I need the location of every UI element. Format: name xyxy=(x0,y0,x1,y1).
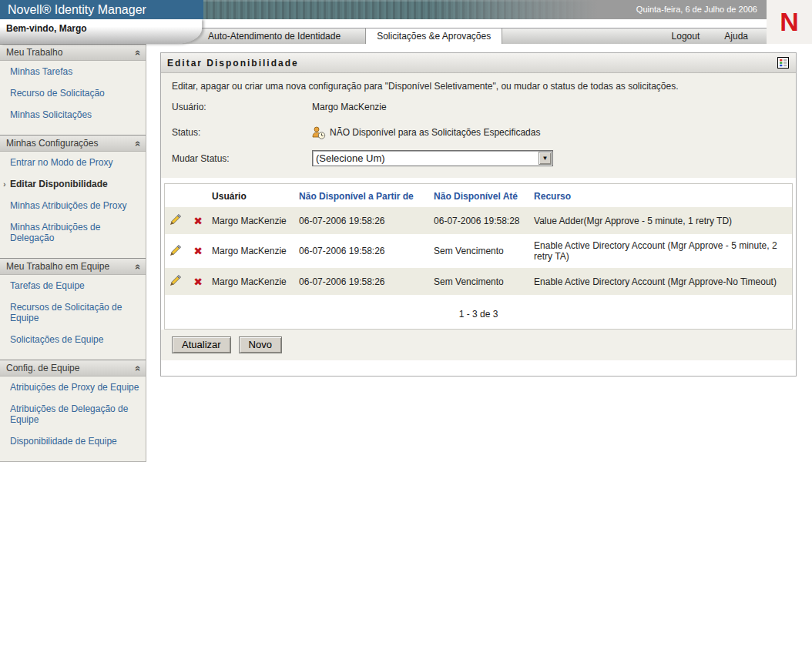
sidebar-item-team-requests[interactable]: Solicitações de Equipe xyxy=(0,329,146,350)
status-row: Status: NÃO Disponível para as Solicitaç… xyxy=(172,125,785,140)
panel-title-bar: Editar Disponibilidade xyxy=(161,53,796,73)
sidebar-item-edit-availability[interactable]: › Editar Disponibilidade xyxy=(0,173,146,195)
welcome-message: Bem-vindo, Margo xyxy=(0,19,202,34)
availability-table-box: Usuário Não Disponível a Partir de Não D… xyxy=(164,183,793,330)
tab-requests-approvals[interactable]: Solicitações &e Aprovações xyxy=(365,28,502,44)
change-status-selected-value: (Selecione Um) xyxy=(313,152,539,164)
sidebar-item-team-delegate-assignments[interactable]: Atribuições de Delegação de Equipe xyxy=(0,398,146,430)
select-dropdown-arrow-icon: ▼ xyxy=(539,152,552,165)
welcome-row: Auto-Atendimento de Identidade Solicitaç… xyxy=(0,19,767,44)
delete-x-icon[interactable]: ✖ xyxy=(193,246,203,256)
edit-availability-panel: Editar Disponibilidade Editar, apagar ou… xyxy=(160,52,797,377)
sidebar-section-team-settings: Config. de Equipe « Atribuições de Proxy… xyxy=(0,360,146,452)
table-row: ✖ Margo MacKenzie 06-07-2006 19:58:26 Se… xyxy=(165,268,792,295)
cell-user: Margo MacKenzie xyxy=(207,207,294,234)
sidebar-section-my-work: Meu Trabalho « Minhas Tarefas Recurso de… xyxy=(0,44,146,126)
sidebar-item-my-proxy-assignments[interactable]: Minhas Atribuições de Proxy xyxy=(0,195,146,216)
edit-pencil-icon[interactable] xyxy=(169,274,182,289)
header-texture: Quinta-feira, 6 de Julho de 2006 xyxy=(203,0,767,19)
sidebar-section-my-settings: Minhas Configurações « Entrar no Modo de… xyxy=(0,135,146,249)
delete-x-icon[interactable]: ✖ xyxy=(193,216,203,226)
cell-unavailable-until: 06-07-2006 19:58:28 xyxy=(429,207,529,234)
tab-strip-spacer xyxy=(502,28,671,44)
collapse-chevron-icon: « xyxy=(133,49,143,55)
sidebar-item-my-tasks[interactable]: Minhas Tarefas xyxy=(0,61,146,82)
user-label: Usuário: xyxy=(172,102,312,112)
table-row: ✖ Margo MacKenzie 06-07-2006 19:58:26 Se… xyxy=(165,234,792,268)
collapse-chevron-icon: « xyxy=(133,263,143,269)
section-title: Meu Trabalho xyxy=(6,47,136,58)
change-status-row: Mudar Status: (Selecione Um) ▼ xyxy=(172,150,785,166)
section-title: Minhas Configurações xyxy=(6,138,136,149)
table-row: ✖ Margo MacKenzie 06-07-2006 19:58:26 06… xyxy=(165,207,792,234)
cell-unavailable-from: 06-07-2006 19:58:26 xyxy=(294,268,429,295)
pagination-status: 1 - 3 de 3 xyxy=(165,295,792,329)
cell-resource: Enable Active Directory Account (Mgr App… xyxy=(529,234,792,268)
cell-unavailable-until: Sem Vencimento xyxy=(429,234,529,268)
sidebar-item-team-request-resources[interactable]: Recursos de Solicitação de Equipe xyxy=(0,296,146,329)
sidebar-section-header-my-settings[interactable]: Minhas Configurações « xyxy=(0,135,146,152)
user-unavailable-icon xyxy=(312,126,326,139)
button-band: Atualizar Novo xyxy=(161,330,796,360)
update-button[interactable]: Atualizar xyxy=(172,336,231,353)
table-header-row: Usuário Não Disponível a Partir de Não D… xyxy=(165,184,792,207)
panel-title: Editar Disponibilidade xyxy=(167,58,299,69)
change-status-label: Mudar Status: xyxy=(172,153,312,164)
delete-x-icon[interactable]: ✖ xyxy=(193,276,203,287)
cell-unavailable-from: 06-07-2006 19:58:26 xyxy=(294,207,429,234)
collapse-chevron-icon: « xyxy=(133,365,143,370)
logout-link[interactable]: Logout xyxy=(672,28,700,44)
user-value: Margo MacKenzie xyxy=(312,102,387,112)
identity-manager-page: Novell® Identity Manager Quinta-feira, 6… xyxy=(0,0,812,656)
sidebar-item-team-availability[interactable]: Disponibilidade de Equipe xyxy=(0,430,146,452)
sidebar-section-header-team-work[interactable]: Meu Trabalho em Equipe « xyxy=(0,258,146,275)
section-title: Config. de Equipe xyxy=(6,363,136,373)
welcome-plate: Bem-vindo, Margo xyxy=(0,19,202,44)
edit-pencil-icon[interactable] xyxy=(169,244,182,259)
actions-column-header xyxy=(165,184,207,207)
column-header-user: Usuário xyxy=(207,184,294,207)
panel-bottom-space xyxy=(161,360,796,376)
sidebar-section-header-team-settings[interactable]: Config. de Equipe « xyxy=(0,360,146,377)
availability-form: Editar, apagar ou criar uma nova configu… xyxy=(161,73,796,178)
sidebar-item-enter-proxy-mode[interactable]: Entrar no Modo de Proxy xyxy=(0,152,146,173)
change-status-select[interactable]: (Selecione Um) ▼ xyxy=(312,150,553,166)
new-button[interactable]: Novo xyxy=(239,336,282,353)
tab-identity-self-service[interactable]: Auto-Atendimento de Identidade xyxy=(206,28,342,44)
panel-description: Editar, apagar ou criar uma nova configu… xyxy=(172,81,785,92)
column-header-unavailable-from[interactable]: Não Disponível a Partir de xyxy=(294,184,429,207)
cell-user: Margo MacKenzie xyxy=(207,268,294,295)
cell-unavailable-from: 06-07-2006 19:58:26 xyxy=(294,234,429,268)
column-header-resource[interactable]: Recurso xyxy=(529,184,792,207)
sidebar-item-team-tasks[interactable]: Tarefas de Equipe xyxy=(0,275,146,296)
active-item-bullet-icon: › xyxy=(3,179,6,189)
status-value: NÃO Disponível para as Solicitações Espe… xyxy=(330,127,540,138)
novell-n-icon: N xyxy=(780,9,799,34)
sidebar-item-label: Editar Disponibilidade xyxy=(10,179,108,189)
portlet-options-icon[interactable] xyxy=(777,56,790,69)
brand-bar: Novell® Identity Manager Quinta-feira, 6… xyxy=(0,0,767,19)
collapse-chevron-icon: « xyxy=(133,140,143,146)
section-title: Meu Trabalho em Equipe xyxy=(6,261,136,272)
sidebar-item-my-requests[interactable]: Minhas Solicitações xyxy=(0,104,146,126)
sidebar-item-my-delegate-assignments[interactable]: Minhas Atribuições de Delegação xyxy=(0,216,146,249)
availability-table: Usuário Não Disponível a Partir de Não D… xyxy=(165,184,792,295)
cell-user: Margo MacKenzie xyxy=(207,234,294,268)
cell-unavailable-until: Sem Vencimento xyxy=(429,268,529,295)
user-row: Usuário: Margo MacKenzie xyxy=(172,99,785,115)
sidebar-nav: Meu Trabalho « Minhas Tarefas Recurso de… xyxy=(0,44,146,462)
cell-resource: Value Adder(Mgr Approve - 5 minute, 1 re… xyxy=(529,207,792,234)
novell-logo-box: N xyxy=(767,0,812,44)
current-date: Quinta-feira, 6 de Julho de 2006 xyxy=(636,0,757,19)
help-link[interactable]: Ajuda xyxy=(724,28,748,44)
status-label: Status: xyxy=(172,127,312,138)
column-header-unavailable-until[interactable]: Não Disponível Até xyxy=(429,184,529,207)
edit-pencil-icon[interactable] xyxy=(169,213,182,228)
sidebar-section-header-my-work[interactable]: Meu Trabalho « xyxy=(0,44,146,61)
cell-resource: Enable Active Directory Account (Mgr App… xyxy=(529,268,792,295)
brand-title: Novell® Identity Manager xyxy=(0,0,203,19)
sidebar-item-team-proxy-assignments[interactable]: Atribuições de Proxy de Equipe xyxy=(0,377,146,398)
sidebar-item-request-resource[interactable]: Recurso de Solicitação xyxy=(0,82,146,104)
sidebar-section-team-work: Meu Trabalho em Equipe « Tarefas de Equi… xyxy=(0,258,146,350)
